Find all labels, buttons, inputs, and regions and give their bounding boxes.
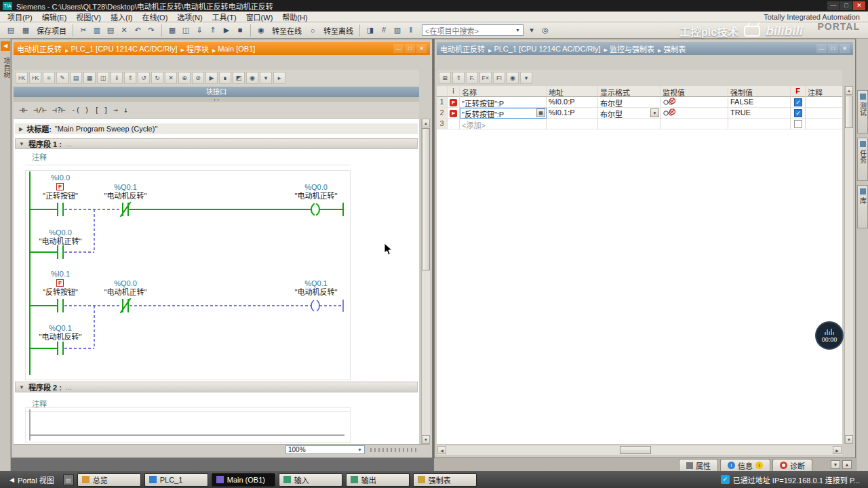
- force-toolbar-icon[interactable]: F!: [493, 72, 505, 84]
- editor-toolbar-icon[interactable]: ▾: [260, 72, 272, 84]
- operand-address[interactable]: %I0.1: [30, 270, 91, 278]
- edit-toolbar-icon[interactable]: ✂: [77, 24, 90, 37]
- force-toolbar-icon[interactable]: ⊞: [439, 72, 451, 84]
- comment-cell[interactable]: [806, 119, 842, 129]
- tab-info[interactable]: i 信息 i: [720, 459, 770, 471]
- ladder-network-1[interactable]: %I0.0 F "正转按钮" %Q0.1 "电动机反转" %Q0.0 "电动机正…: [25, 170, 351, 380]
- row-number[interactable]: 3: [437, 119, 448, 129]
- chevron-down-icon[interactable]: ▼: [515, 28, 520, 33]
- force-checkbox[interactable]: [794, 120, 802, 128]
- search-toolbar-icon[interactable]: ▾: [525, 24, 538, 37]
- force-value-cell[interactable]: FALSE: [728, 97, 791, 108]
- editor-toolbar-icon[interactable]: ✎: [56, 72, 68, 84]
- force-vertical-scrollbar[interactable]: ▲ ▼: [844, 86, 853, 444]
- expand-icon[interactable]: ▶: [19, 126, 23, 132]
- menu-item[interactable]: 视图(V): [71, 12, 106, 22]
- float-icon[interactable]: □: [405, 44, 415, 53]
- window-list-icon[interactable]: ▤: [63, 474, 74, 485]
- taskbar-item-overview[interactable]: 总览: [77, 473, 141, 487]
- editor-toolbar-icon[interactable]: ⊕: [178, 72, 191, 84]
- edit-toolbar-icon[interactable]: ✕: [117, 24, 131, 37]
- block-interface-bar[interactable]: 块接口: [14, 87, 419, 97]
- compile-download-icon[interactable]: ⇓: [193, 24, 206, 37]
- ladder-network-2[interactable]: [25, 407, 351, 443]
- editor-toolbar-icon[interactable]: ◉: [246, 72, 258, 84]
- force-horizontal-scrollbar[interactable]: ◀ ▶: [437, 445, 842, 455]
- collapse-icon[interactable]: ▼: [19, 141, 24, 147]
- edit-toolbar-icon[interactable]: ↶: [131, 24, 144, 37]
- force-toolbar-icon[interactable]: F×: [479, 72, 492, 84]
- go-online-icon[interactable]: ◉: [254, 24, 268, 37]
- interface-splitter-handle[interactable]: [14, 97, 419, 102]
- editor-toolbar-icon[interactable]: ⊦K: [29, 72, 41, 84]
- force-value-cell[interactable]: TRUE: [728, 108, 791, 119]
- go-offline-icon[interactable]: ○: [306, 24, 319, 37]
- maximize-icon[interactable]: □: [840, 1, 852, 10]
- network-1-bar[interactable]: ▼ 程序段 1 : ...: [15, 138, 418, 149]
- column-header-f[interactable]: F: [791, 86, 806, 97]
- breadcrumb-item[interactable]: 监控与强制表: [610, 43, 661, 54]
- tab-properties[interactable]: 属性: [679, 459, 718, 471]
- tab-tasks[interactable]: 任务: [857, 138, 868, 181]
- taskbar-item-force-table[interactable]: 强制表: [413, 473, 477, 487]
- scrollbar-thumb[interactable]: [620, 446, 651, 454]
- force-toolbar-icon[interactable]: F.: [466, 72, 478, 84]
- go-online-button[interactable]: 转至在线: [269, 25, 304, 36]
- minimize-icon[interactable]: —: [816, 44, 827, 53]
- collapse-icon[interactable]: ▼: [19, 384, 24, 390]
- tab-diagnostics[interactable]: 诊断: [772, 459, 812, 471]
- column-header-name[interactable]: 名称: [460, 86, 547, 97]
- scroll-right-icon[interactable]: ▶: [833, 446, 842, 454]
- ladder-instruction-icon[interactable]: ⊣/⊢: [33, 106, 47, 115]
- column-header-comment[interactable]: 注释: [806, 86, 842, 97]
- menu-item[interactable]: 项目(P): [3, 12, 37, 22]
- compile-download-icon[interactable]: ⇑: [206, 24, 220, 37]
- monitor-value-cell[interactable]: [660, 108, 728, 119]
- network-2-bar[interactable]: ▼ 程序段 2 : ...: [15, 382, 418, 392]
- new-project-icon[interactable]: ▤: [4, 24, 18, 37]
- breadcrumb-item[interactable]: PLC_1 [CPU 1214C AC/DC/Rly]: [71, 45, 184, 53]
- editor-toolbar-icon[interactable]: ∎: [219, 72, 231, 84]
- ladder-instruction-icon[interactable]: ⊣?⊢: [52, 106, 66, 115]
- tag-picker-icon[interactable]: ▦: [536, 108, 545, 117]
- menu-item[interactable]: 帮助(H): [277, 12, 312, 22]
- block-title-value[interactable]: "Main Program Sweep (Cycle)": [55, 125, 157, 133]
- operand-address[interactable]: %Q0.0: [95, 279, 156, 287]
- save-project-button[interactable]: 保存项目: [34, 25, 69, 36]
- minimize-icon[interactable]: —: [393, 44, 403, 53]
- editor-toolbar-icon[interactable]: ⇑: [124, 72, 136, 84]
- chevron-down-icon[interactable]: ▼: [357, 447, 362, 452]
- video-player-button[interactable]: 00:00: [815, 321, 844, 350]
- editor-toolbar-icon[interactable]: ▦: [83, 72, 96, 84]
- search-input[interactable]: <在项目中搜索> ▼: [422, 24, 524, 36]
- add-tag-cell[interactable]: <添加>: [460, 119, 547, 129]
- comment-cell[interactable]: [806, 108, 842, 119]
- scrollbar-thumb[interactable]: [422, 128, 430, 270]
- scrollbar-thumb[interactable]: [845, 96, 853, 128]
- editor-vertical-scrollbar[interactable]: ▲ ▼: [421, 119, 430, 444]
- scroll-down-icon[interactable]: ▼: [422, 435, 430, 444]
- monitor-value-cell[interactable]: [660, 97, 728, 108]
- operand-name[interactable]: "电动机反转": [95, 192, 156, 200]
- taskbar-item-main-ob1[interactable]: Main (OB1): [212, 473, 275, 487]
- minimize-icon[interactable]: —: [827, 1, 840, 10]
- operand-address[interactable]: %Q0.1: [30, 324, 91, 332]
- operand-name[interactable]: "电动机正转": [285, 192, 347, 200]
- breadcrumb-item[interactable]: Main [OB1]: [218, 45, 255, 53]
- operand-address[interactable]: %Q0.0: [30, 228, 91, 237]
- menu-item[interactable]: 插入(I): [106, 12, 137, 22]
- float-icon[interactable]: □: [828, 44, 838, 53]
- column-header-address[interactable]: 地址: [547, 86, 598, 97]
- breadcrumb-item[interactable]: 强制表: [663, 43, 686, 54]
- menu-item[interactable]: 选项(N): [172, 12, 207, 22]
- expand-project-tree-icon[interactable]: ◀: [1, 41, 10, 51]
- operand-name[interactable]: "电动机反转": [285, 288, 347, 296]
- ladder-instruction-icon[interactable]: [ ]: [95, 106, 108, 115]
- menu-item[interactable]: 在线(O): [137, 12, 172, 22]
- scroll-left-icon[interactable]: ◀: [437, 446, 446, 454]
- force-toolbar-icon[interactable]: ⇑: [452, 72, 465, 84]
- editor-toolbar-icon[interactable]: ≡: [43, 72, 55, 84]
- compile-download-icon[interactable]: ▦: [165, 24, 179, 37]
- editor-toolbar-icon[interactable]: ◩: [233, 72, 245, 84]
- network-1-comment[interactable]: 注释: [25, 150, 351, 165]
